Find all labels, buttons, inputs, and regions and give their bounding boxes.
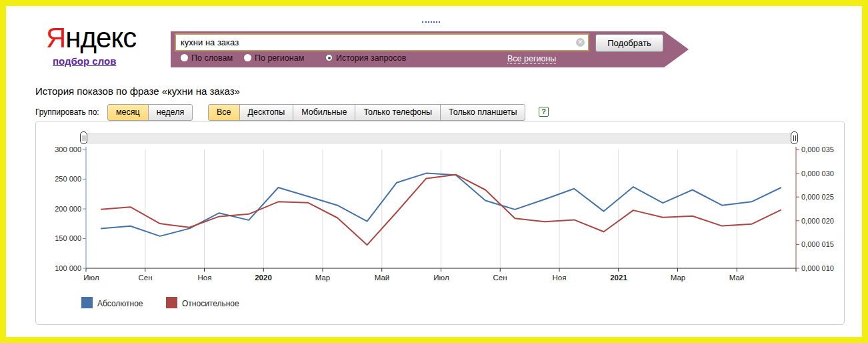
y-right-tick: 0,000 035 [801, 145, 849, 153]
x-tick: Ноя [533, 274, 586, 282]
x-tick: Июл [65, 274, 118, 282]
x-tick: Май [355, 274, 409, 282]
x-tick: Май [710, 274, 763, 282]
legend-label-relative[interactable]: Относительное [182, 299, 239, 308]
x-tick: Сен [473, 274, 527, 282]
y-right-tick: 0,000 030 [801, 169, 849, 178]
legend-label-absolute[interactable]: Абсолютное [97, 299, 143, 308]
y-left-tick: 200 000 [43, 205, 81, 213]
x-tick: Сен [119, 274, 172, 282]
y-left-tick: 250 000 [43, 175, 81, 183]
x-tick: Мар [296, 274, 349, 282]
legend-swatch-relative[interactable] [166, 297, 177, 308]
y-left-tick: 300 000 [43, 145, 81, 153]
legend-swatch-absolute[interactable] [81, 297, 93, 308]
x-tick: Мар [651, 274, 705, 282]
y-left-tick: 150 000 [43, 234, 81, 242]
x-tick-year: 2020 [237, 274, 290, 282]
y-right-tick: 0,000 025 [801, 193, 849, 201]
y-left-tick: 100 000 [43, 264, 81, 272]
y-right-tick: 0,000 015 [801, 240, 849, 248]
y-right-tick: 0,000 010 [801, 264, 849, 272]
x-tick: Ноя [178, 274, 231, 282]
y-right-tick: 0,000 020 [801, 217, 849, 225]
line-chart [6, 6, 868, 343]
wordstat-page: Яндекс подбор слов ✕ Подобрать По словам… [0, 0, 868, 343]
x-tick-year: 2021 [592, 274, 645, 282]
x-tick: Июл [415, 274, 468, 282]
